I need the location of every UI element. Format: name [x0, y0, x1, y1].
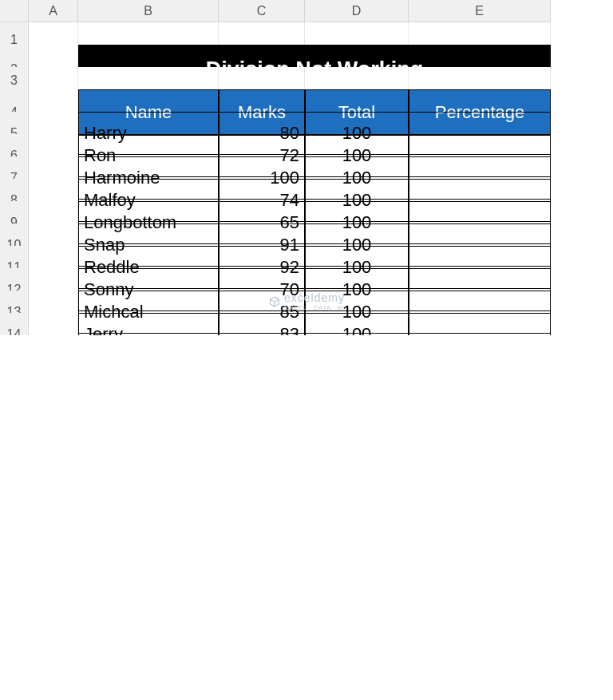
- col-header-B[interactable]: B: [78, 0, 219, 22]
- row-header-14[interactable]: 14: [0, 313, 29, 335]
- col-header-C[interactable]: C: [219, 0, 305, 22]
- cell-percentage[interactable]: [409, 313, 551, 335]
- col-header-A[interactable]: A: [29, 0, 78, 22]
- col-header-D[interactable]: D: [305, 0, 409, 22]
- cell-name[interactable]: Jerry: [78, 313, 219, 335]
- cell-A14[interactable]: [29, 313, 78, 335]
- col-header-E[interactable]: E: [409, 0, 551, 22]
- select-all-corner[interactable]: [0, 0, 29, 22]
- cell-total[interactable]: 100: [305, 313, 409, 335]
- cell-marks[interactable]: 83: [219, 313, 305, 335]
